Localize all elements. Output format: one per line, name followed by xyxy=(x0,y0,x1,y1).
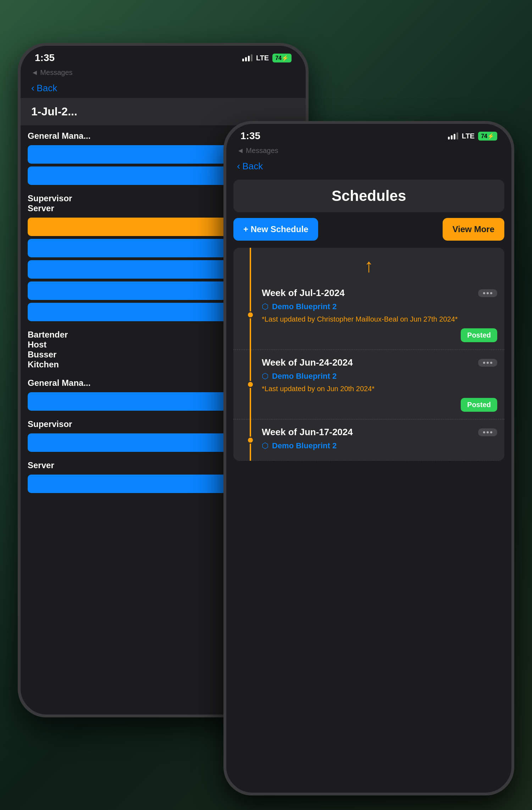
lte-front: LTE xyxy=(462,132,475,140)
time-front: 1:35 xyxy=(240,130,260,142)
more-dot-2c xyxy=(490,362,492,364)
signal-bar-1 xyxy=(242,59,244,61)
schedule-header-1: Week of Jul-1-2024 xyxy=(262,288,497,299)
timeline-line xyxy=(250,248,251,461)
view-more-button[interactable]: View More xyxy=(443,218,504,241)
front-phone-screen: Schedules + New Schedule View More ↑ xyxy=(226,176,511,793)
week-label-2: Week of Jun-24-2024 xyxy=(262,357,353,368)
more-dot-3b xyxy=(487,431,489,433)
status-badge-2: Posted xyxy=(461,398,497,412)
timeline-dot-3 xyxy=(247,437,254,444)
more-button-3[interactable] xyxy=(478,428,497,436)
front-screen-content: Schedules + New Schedule View More ↑ xyxy=(226,176,511,793)
signal-bar-3 xyxy=(248,56,250,61)
signal-f-2 xyxy=(451,135,453,139)
back-button-row-front[interactable]: ‹ Back xyxy=(226,158,511,176)
blueprint-label-2: Demo Blueprint 2 xyxy=(272,372,337,381)
status-right-back: LTE 74⚡ xyxy=(242,54,292,62)
week-label-1: Week of Jul-1-2024 xyxy=(262,288,345,299)
messages-label-front: ◄ Messages xyxy=(237,147,278,154)
blueprint-row-1: ⬡ Demo Blueprint 2 xyxy=(262,302,497,311)
schedules-title: Schedules xyxy=(332,187,406,204)
schedule-item-1[interactable]: Week of Jul-1-2024 ⬡ Demo Blueprint 2 xyxy=(233,280,504,350)
date-header-text: 1-Jul-2... xyxy=(31,105,77,118)
blueprint-row-2: ⬡ Demo Blueprint 2 xyxy=(262,372,497,381)
schedule-item-3[interactable]: Week of Jun-17-2024 ⬡ Demo Blueprint 2 xyxy=(233,420,504,461)
lte-back: LTE xyxy=(256,54,269,62)
back-button-row-back[interactable]: ‹ Back xyxy=(21,80,306,98)
timeline-dot-1 xyxy=(247,311,254,318)
signal-f-1 xyxy=(448,137,450,139)
blueprint-row-3: ⬡ Demo Blueprint 2 xyxy=(262,441,497,450)
battery-front: 74⚡ xyxy=(478,132,497,141)
back-chevron-icon-front: ‹ xyxy=(237,160,240,172)
blueprint-icon-1: ⬡ xyxy=(262,302,268,311)
notch-back xyxy=(128,46,199,59)
back-chevron-icon-back: ‹ xyxy=(31,82,34,94)
up-arrow-container: ↑ xyxy=(233,248,504,280)
back-button-back[interactable]: ‹ Back xyxy=(31,82,295,94)
last-updated-2: *Last updated by on Jun 20th 2024* xyxy=(262,384,497,394)
week-label-3: Week of Jun-17-2024 xyxy=(262,427,353,438)
blueprint-icon-2: ⬡ xyxy=(262,372,268,381)
schedule-list: ↑ Week of Jul-1-2024 xyxy=(233,248,504,461)
back-label-front: Back xyxy=(242,161,263,172)
signal-f-4 xyxy=(456,132,458,139)
battery-back: 74⚡ xyxy=(272,54,292,62)
messages-label-back: ◄ Messages xyxy=(31,69,73,76)
more-dot-1b xyxy=(487,292,489,294)
posted-badge-2: Posted xyxy=(262,398,497,412)
blueprint-label-1: Demo Blueprint 2 xyxy=(272,302,337,311)
more-dot-1c xyxy=(490,292,492,294)
back-label-back: Back xyxy=(37,83,57,94)
signal-front xyxy=(448,132,458,139)
back-button-front[interactable]: ‹ Back xyxy=(237,160,501,172)
more-dot-2b xyxy=(487,362,489,364)
notch-front xyxy=(333,124,404,137)
schedule-item-2[interactable]: Week of Jun-24-2024 ⬡ Demo Blueprint 2 xyxy=(233,350,504,419)
signal-bar-4 xyxy=(251,54,253,61)
schedules-header: Schedules xyxy=(233,180,504,212)
timeline-dot-2 xyxy=(247,381,254,388)
signal-f-3 xyxy=(454,134,455,139)
schedule-header-2: Week of Jun-24-2024 xyxy=(262,357,497,368)
status-right-front: LTE 74⚡ xyxy=(448,132,497,141)
posted-badge-1: Posted xyxy=(262,328,497,342)
more-dot-3a xyxy=(483,431,485,433)
signal-bar-2 xyxy=(245,57,247,61)
new-schedule-button[interactable]: + New Schedule xyxy=(233,218,318,241)
more-button-2[interactable] xyxy=(478,359,497,367)
phone-front: 1:35 LTE 74⚡ ◄ Messages xyxy=(223,121,514,795)
last-updated-1: *Last updated by Christopher Mailloux-Be… xyxy=(262,314,497,324)
more-dot-2a xyxy=(483,362,485,364)
more-dot-3c xyxy=(490,431,492,433)
messages-nav-back: ◄ Messages xyxy=(21,67,306,80)
blueprint-icon-3: ⬡ xyxy=(262,441,268,450)
blueprint-label-3: Demo Blueprint 2 xyxy=(272,441,337,450)
time-back: 1:35 xyxy=(35,52,55,64)
up-arrow-icon: ↑ xyxy=(364,256,373,275)
messages-nav-front: ◄ Messages xyxy=(226,145,511,158)
signal-back xyxy=(242,54,253,61)
action-row: + New Schedule View More xyxy=(226,218,511,241)
more-dot-1a xyxy=(483,292,485,294)
status-badge-1: Posted xyxy=(461,328,497,342)
more-button-1[interactable] xyxy=(478,289,497,297)
schedule-header-3: Week of Jun-17-2024 xyxy=(262,427,497,438)
